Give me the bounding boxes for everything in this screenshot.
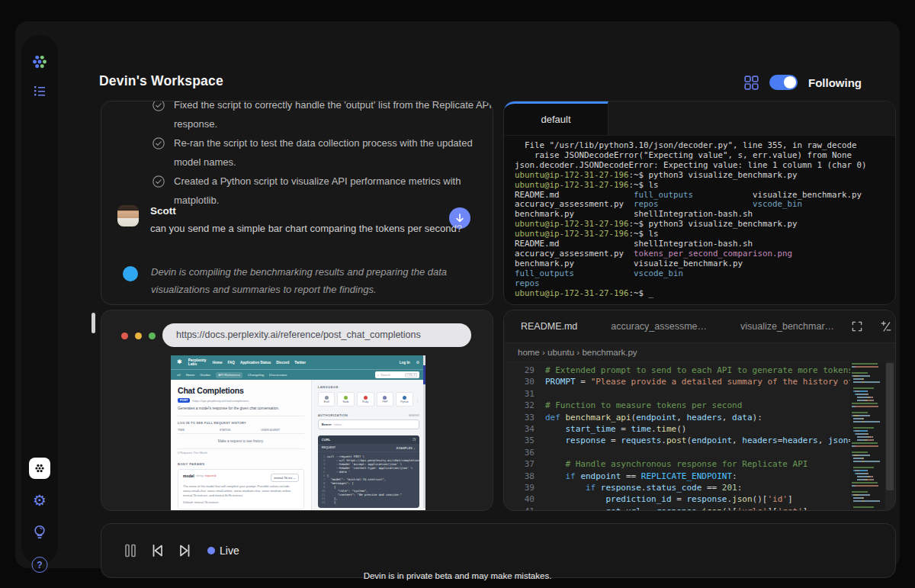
code-view[interactable]: 29# Extended prompt to send to each API … [504, 362, 895, 511]
devin-mini-cluster-icon [33, 461, 47, 475]
panel-scroll-handle[interactable] [92, 313, 95, 333]
mini-param-name: model [183, 474, 194, 478]
skip-to-end-button[interactable] [177, 542, 193, 559]
question-mark-icon: ? [32, 557, 48, 573]
mini-search-kbd: CTRL K [405, 373, 417, 378]
terminal-tab-label: default [541, 114, 570, 125]
mini-auth-label: AUTHORIZATION [318, 413, 348, 417]
mini-bearer-badge: BEARER [409, 414, 419, 417]
mini-param-type: string [196, 474, 204, 477]
mini-endpoint-url: https://api.perplexity.ai/chat/completio… [192, 399, 249, 403]
terminal-output[interactable]: File "/usr/lib/python3.10/json/decoder.p… [504, 136, 895, 304]
devin-logo-cluster-icon [30, 52, 50, 72]
mini-param-default: Default: mistral-7b-instruct [183, 500, 299, 505]
workspace-surface: ⚙ ? Devin's Workspace Following Fixed th… [15, 21, 900, 568]
browser-panel: https://docs.perplexity.ai/reference/pos… [101, 310, 493, 511]
editor-tab[interactable]: visualize_benchmar… [724, 321, 851, 332]
devin-status: Devin is compiling the benchmarking resu… [123, 263, 450, 298]
user-message-text: can you send me a simple bar chart compa… [150, 223, 462, 234]
mini-post-badge: POST [178, 398, 190, 403]
mini-requests-note: 0 Requests This Month [178, 448, 304, 455]
mini-auth-placeholder: token [334, 423, 342, 426]
help-button[interactable]: ? [32, 557, 48, 573]
mini-table-headers: TIMESTATUSUSER AGENT [178, 429, 304, 434]
grid-layout-button[interactable] [744, 76, 759, 90]
terminal-line: ubuntu@ip-172-31-27-196:~$ _ [515, 289, 884, 299]
page-title: Devin's Workspace [99, 73, 223, 89]
editor-tab[interactable]: README.md [504, 321, 594, 332]
sidebar-item-devin-active[interactable] [29, 458, 50, 479]
mini-auth-input: Bearer token [318, 419, 419, 429]
code-line: 37 # Handle asynchronous response for Re… [504, 458, 895, 470]
mini-subnav-links: v0HomeGuidesAPI ReferenceChangelogDiscus… [177, 372, 287, 378]
fullscreen-icon[interactable] [851, 320, 863, 333]
editor-tab[interactable]: accuracy_assessme… [594, 321, 724, 332]
gear-icon: ⚙ [33, 493, 47, 508]
mini-curl-subheader: REQUEST EXAMPLES ⌄ [318, 444, 419, 452]
mini-gear-icon: ⚙ [416, 360, 419, 365]
code-line: 38 if endpoint == REPLICATE_ENDPOINT: [504, 471, 895, 482]
minimap[interactable] [850, 361, 885, 509]
code-line: 33def benchmark_api(endpoint, headers, d… [504, 412, 895, 423]
task-checklist: Fixed the script to correctly handle the… [152, 101, 493, 210]
breadcrumb[interactable]: home › ubuntu › benchmark.py [504, 343, 895, 362]
code-line: 35 response = requests.post(endpoint, he… [504, 435, 895, 446]
editor-tabbar: README.mdaccuracy_assessme…visualize_ben… [504, 310, 895, 343]
task-item: Created a Python script to visualize API… [152, 172, 493, 210]
scrollbar-thumb[interactable] [886, 363, 894, 490]
task-item: Re-ran the script to test the data colle… [152, 134, 493, 172]
mini-curl-code: 1 curl --request POST \ 2 --url https://… [318, 452, 419, 508]
editor-scrollbar[interactable] [885, 361, 894, 509]
lightbulb-icon [32, 524, 48, 541]
browser-viewport[interactable]: ✱ Perplexity Labs HomeFAQApplication Sta… [171, 355, 425, 511]
code-line: 32# Function to measure tokens per secon… [504, 400, 895, 411]
list-icon [32, 83, 47, 98]
address-bar[interactable]: https://docs.perplexity.ai/reference/pos… [162, 323, 471, 347]
mini-search-box: ⌕ Search CTRL K [375, 371, 419, 378]
sidebar-item-task-list[interactable] [32, 83, 47, 98]
ideas-button[interactable] [32, 524, 48, 541]
live-indicator[interactable]: Live [207, 545, 239, 557]
mini-language-label: LANGUAGE [318, 385, 419, 389]
diff-changes-icon[interactable] [879, 320, 892, 333]
terminal-tabbar: default [504, 101, 895, 136]
mini-page-scrollbar [423, 355, 425, 508]
mini-description: Generates a model's response for the giv… [178, 406, 304, 410]
mini-search-placeholder: Search [380, 373, 390, 377]
close-window-icon[interactable] [121, 333, 128, 339]
settings-button[interactable]: ⚙ [33, 493, 47, 508]
mini-site-brand: Perplexity Labs [188, 358, 207, 367]
mini-model-select: mistral-7b-ins ⌄ [271, 474, 298, 482]
code-line: 34 start_time = time.time() [504, 423, 895, 435]
terminal-tab-default[interactable]: default [504, 101, 608, 135]
minimize-window-icon[interactable] [135, 333, 142, 339]
toggle-knob [784, 76, 796, 88]
terminal-line: full_outputs vscode_bin [515, 269, 884, 279]
mini-param-card: model string required mistral-7b-ins ⌄ T… [178, 469, 304, 509]
mini-doc-side: LANGUAGE ShellNodeRubyPHPPython⋮ AUTHORI… [311, 380, 425, 511]
status-dot-icon [123, 266, 138, 281]
code-line: 40 prediction_id = response.json()['id'] [504, 493, 895, 505]
chat-panel: Fixed the script to correctly handle the… [101, 101, 493, 305]
mini-curl-header: CURL❐ [318, 435, 419, 444]
avatar [117, 205, 139, 227]
check-circle-icon [152, 175, 165, 188]
task-item: Fixed the script to correctly handle the… [152, 101, 493, 133]
beta-disclaimer: Devin is in private beta and may make mi… [0, 571, 915, 580]
mini-page-title: Chat Completions [178, 386, 304, 395]
mini-site-nav-links: HomeFAQApplication StatusDiscordTwitter [213, 361, 306, 365]
pause-button[interactable] [123, 542, 138, 559]
mini-param-desc: The name of the model that will complete… [183, 484, 299, 498]
terminal-panel: default File "/usr/lib/python3.10/json/d… [503, 101, 896, 305]
devin-logo-icon[interactable] [30, 52, 50, 72]
maximize-window-icon[interactable] [149, 333, 156, 339]
code-line: 39 if response.status_code == 201: [504, 482, 895, 493]
code-line: 30PROMPT = "Please provide a detailed su… [504, 376, 895, 387]
skip-to-start-button[interactable] [149, 542, 165, 559]
editor-panel: README.mdaccuracy_assessme…visualize_ben… [503, 310, 896, 511]
check-circle-icon [152, 137, 165, 150]
check-circle-icon [152, 101, 165, 112]
following-toggle[interactable] [769, 75, 798, 90]
mini-site-navbar: ✱ Perplexity Labs HomeFAQApplication Sta… [171, 355, 425, 369]
user-message: Scott can you send me a simple bar chart… [117, 205, 462, 234]
